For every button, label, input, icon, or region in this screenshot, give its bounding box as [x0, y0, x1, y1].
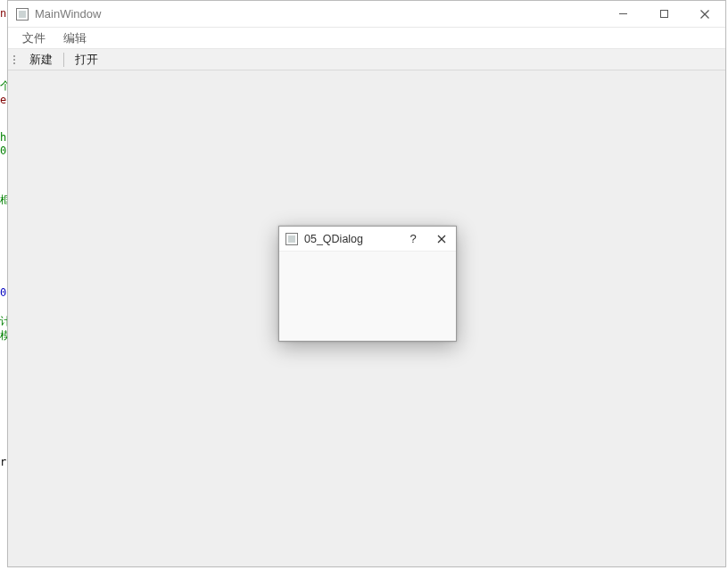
svg-rect-1	[19, 11, 26, 18]
menu-edit-label: 编辑	[63, 30, 87, 46]
gutter-fragment: n	[0, 8, 7, 19]
gutter-fragment: 框	[0, 194, 7, 205]
gutter-fragment: h	[0, 132, 7, 143]
dialog-titlebar[interactable]: 05_QDialog ?	[279, 227, 456, 252]
toolbar-separator	[63, 53, 64, 67]
main-window-titlebar[interactable]: MainWindow	[8, 1, 725, 28]
main-window-title: MainWindow	[35, 7, 101, 21]
underlying-editor-gutter: n 个 e h 0 框 0 计 模 r(	[0, 0, 7, 570]
menu-edit[interactable]: 编辑	[54, 28, 95, 48]
dialog-close-button[interactable]	[427, 227, 456, 251]
toolbar: 新建 打开	[8, 49, 725, 70]
toolbar-open-label: 打开	[75, 52, 98, 68]
main-window-client-area: 05_QDialog ?	[8, 70, 725, 566]
minimize-button[interactable]	[602, 1, 643, 27]
gutter-fragment: r(	[0, 457, 7, 467]
gutter-fragment: 0	[0, 287, 7, 298]
menu-file-label: 文件	[22, 30, 46, 46]
dialog-client-area	[279, 252, 456, 341]
app-icon	[15, 7, 29, 21]
svg-rect-3	[660, 11, 667, 18]
help-icon: ?	[410, 233, 416, 244]
maximize-button[interactable]	[643, 1, 684, 27]
toolbar-new-label: 新建	[29, 52, 53, 68]
dialog-help-button[interactable]: ?	[399, 227, 427, 251]
svg-rect-7	[288, 235, 295, 243]
gutter-fragment: 0	[0, 145, 7, 156]
dialog-title: 05_QDialog	[304, 233, 363, 245]
close-button[interactable]	[684, 1, 725, 27]
toolbar-gripper[interactable]	[12, 49, 17, 70]
toolbar-new-button[interactable]: 新建	[21, 49, 62, 70]
gutter-fragment: e	[0, 95, 7, 105]
menu-file[interactable]: 文件	[13, 28, 54, 48]
main-window: MainWindow 文件 编辑 新建 打开	[7, 0, 726, 567]
gutter-fragment: 个	[0, 80, 7, 91]
dialog-window: 05_QDialog ?	[278, 226, 457, 342]
dialog-app-icon	[285, 232, 299, 246]
gutter-fragment: 模	[0, 330, 7, 341]
gutter-fragment: 计	[0, 316, 7, 326]
toolbar-open-button[interactable]: 打开	[66, 49, 107, 70]
menubar: 文件 编辑	[8, 28, 725, 49]
